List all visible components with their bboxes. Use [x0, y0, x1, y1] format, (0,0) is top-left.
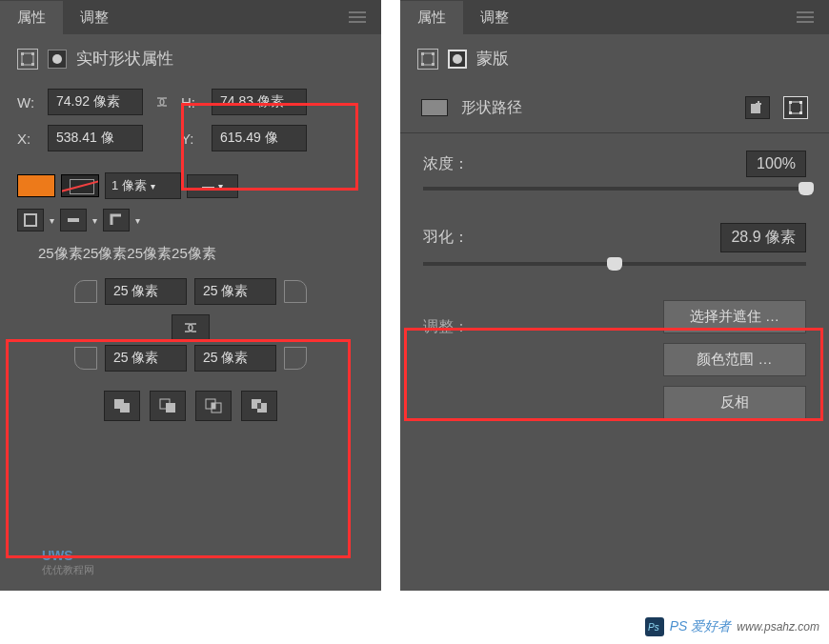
corner-br-icon [284, 347, 307, 370]
svg-rect-16 [212, 403, 215, 409]
select-and-mask-button[interactable]: 选择并遮住 … [663, 300, 806, 333]
mask-subtype-label: 形状路径 [461, 98, 522, 118]
watermark-left-brand: UWS [42, 548, 94, 563]
density-value[interactable]: 100% [746, 151, 806, 177]
panel-tabs: 属性 调整 [0, 0, 381, 34]
panel-menu-icon[interactable] [341, 8, 374, 27]
color-range-button[interactable]: 颜色范围 … [663, 343, 806, 376]
pathop-combine-icon[interactable] [104, 391, 140, 421]
y-label: Y: [181, 131, 204, 147]
feather-block: 羽化： 28.9 像素 [400, 206, 829, 281]
section-title: 蒙版 [476, 48, 509, 70]
height-input[interactable] [212, 89, 307, 115]
stroke-swatch[interactable] [61, 174, 99, 197]
tab-adjustments[interactable]: 调整 [463, 1, 526, 34]
density-slider[interactable] [423, 187, 806, 191]
chevron-down-icon: ▾ [151, 181, 155, 191]
add-pixel-mask-icon[interactable] [745, 96, 770, 119]
svg-rect-4 [21, 52, 24, 55]
watermark-right-brand: PS 爱好者 [670, 618, 732, 635]
stroke-width-dropdown[interactable]: 1 像素 ▾ [105, 172, 181, 199]
link-wh-icon[interactable] [151, 96, 173, 108]
ps-logo-icon: Ps [645, 617, 664, 636]
properties-panel-shape: 属性 调整 实时形状属性 W: H: X: Y: [0, 0, 381, 591]
svg-rect-19 [257, 403, 261, 409]
invert-button[interactable]: 反相 [663, 386, 806, 419]
width-input[interactable] [48, 89, 143, 115]
mask-icon [448, 50, 467, 69]
corner-bl-icon [74, 347, 97, 370]
height-label: H: [181, 94, 204, 111]
y-input[interactable] [212, 125, 307, 151]
dimensions-group: W: H: X: Y: [0, 83, 381, 167]
chevron-down-icon[interactable]: ▾ [50, 215, 54, 226]
svg-rect-24 [421, 52, 424, 55]
live-shape-icon [417, 49, 438, 70]
slider-thumb-icon[interactable] [799, 182, 814, 195]
svg-rect-30 [756, 103, 761, 105]
watermark-left: UWS 优优教程网 [42, 548, 94, 577]
svg-rect-25 [432, 52, 435, 55]
watermark-left-sub: 优优教程网 [42, 563, 94, 577]
stroke-width-value: 1 像素 [111, 177, 147, 194]
chevron-down-icon: ▾ [218, 181, 223, 191]
corner-tl-input[interactable] [105, 278, 187, 305]
refine-buttons: 选择并遮住 … 颜色范围 … 反相 [492, 300, 829, 438]
watermark-right: Ps PS 爱好者 www.psahz.com [645, 617, 819, 636]
x-label: X: [17, 131, 40, 147]
stroke-style-value: — [202, 179, 214, 193]
pathop-intersect-icon[interactable] [195, 391, 232, 421]
stroke-style-dropdown[interactable]: — ▾ [187, 174, 238, 198]
corner-br-input[interactable] [194, 345, 276, 372]
feather-value[interactable]: 28.9 像素 [720, 223, 806, 252]
tab-adjustments[interactable]: 调整 [63, 1, 126, 34]
x-input[interactable] [48, 125, 143, 151]
tab-properties[interactable]: 属性 [400, 1, 463, 34]
feather-slider[interactable] [423, 262, 806, 266]
svg-rect-6 [21, 63, 24, 66]
pathop-exclude-icon[interactable] [241, 391, 277, 421]
svg-rect-33 [799, 101, 802, 104]
corner-tr-input[interactable] [194, 278, 276, 305]
tab-properties[interactable]: 属性 [0, 1, 63, 34]
feather-label: 羽化： [423, 228, 469, 248]
section-header: 实时形状属性 [0, 34, 381, 83]
section-title: 实时形状属性 [76, 48, 173, 70]
svg-rect-27 [432, 63, 435, 66]
pathop-subtract-icon[interactable] [150, 391, 186, 421]
corner-summary: 25像素25像素25像素25像素 [0, 235, 381, 272]
refine-label: 调整： [400, 300, 492, 343]
watermark-right-url: www.psahz.com [737, 620, 819, 634]
corner-radius-group [0, 272, 381, 440]
fill-swatch[interactable] [17, 174, 55, 197]
corner-tl-icon [74, 280, 97, 303]
corner-tr-icon [284, 280, 307, 303]
svg-rect-13 [166, 403, 175, 413]
slider-thumb-icon[interactable] [607, 257, 622, 271]
density-label: 浓度： [423, 154, 469, 174]
corner-bl-input[interactable] [105, 345, 187, 372]
svg-rect-32 [789, 101, 792, 104]
link-corners-button[interactable] [172, 314, 210, 341]
svg-rect-35 [799, 111, 802, 114]
align-inside-icon[interactable] [17, 209, 44, 231]
chevron-down-icon[interactable]: ▾ [92, 215, 97, 226]
panel-menu-icon[interactable] [789, 8, 821, 27]
chevron-down-icon[interactable]: ▾ [135, 215, 140, 226]
svg-rect-8 [25, 214, 36, 226]
panel-tabs: 属性 调整 [400, 0, 829, 34]
svg-rect-5 [31, 52, 34, 55]
svg-rect-11 [120, 403, 130, 413]
path-operations-row [17, 381, 364, 434]
svg-text:Ps: Ps [648, 622, 659, 633]
width-label: W: [17, 94, 40, 111]
live-shape-icon [17, 49, 38, 70]
svg-rect-34 [789, 111, 792, 114]
add-vector-mask-icon[interactable] [783, 96, 808, 119]
corner-miter-icon[interactable] [103, 209, 130, 231]
mask-indicator-icon [48, 50, 67, 69]
align-row: ▾ ▾ ▾ [0, 205, 381, 235]
svg-rect-26 [421, 63, 424, 66]
cap-butt-icon[interactable] [60, 209, 87, 231]
mask-thumb-icon [421, 99, 448, 116]
